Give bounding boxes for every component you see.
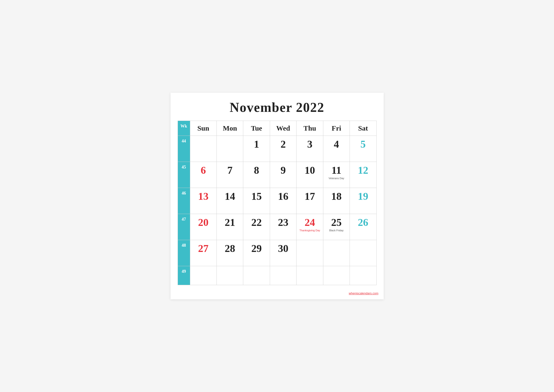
day-cell: 16	[270, 188, 296, 214]
day-number: 29	[245, 242, 268, 255]
holiday-label: Veterans Day	[325, 177, 348, 180]
mon-header: Mon	[216, 121, 243, 136]
day-cell	[350, 266, 376, 285]
day-number: 16	[272, 190, 294, 203]
fri-header: Fri	[323, 121, 350, 136]
day-cell: 9	[270, 162, 296, 188]
day-cell: 19	[350, 188, 376, 214]
day-cell: 15	[243, 188, 270, 214]
day-number: 7	[219, 164, 241, 176]
week-number: 49	[178, 266, 190, 285]
day-cell: 18	[323, 188, 350, 214]
day-cell: 8	[243, 162, 270, 188]
day-cell	[323, 240, 350, 266]
day-number: 23	[272, 216, 294, 229]
day-cell: 25Black Friday	[323, 214, 350, 240]
day-number: 4	[325, 138, 348, 150]
watermark-link[interactable]: wheniscalendars.com	[349, 292, 378, 295]
day-number: 24	[298, 216, 321, 229]
day-cell: 7	[216, 162, 243, 188]
day-cell: 20	[190, 214, 216, 240]
day-number: 28	[219, 242, 241, 255]
week-number: 45	[178, 162, 190, 188]
thu-header: Thu	[297, 121, 323, 136]
header-row: Wk Sun Mon Tue Wed Thu Fri Sat	[178, 121, 376, 136]
day-number: 21	[219, 216, 241, 229]
day-cell	[190, 136, 216, 162]
day-cell: 4	[323, 136, 350, 162]
day-number: 9	[272, 164, 294, 176]
holiday-label: Thanksgiving Day	[298, 229, 321, 232]
day-cell: 24Thanksgiving Day	[297, 214, 323, 240]
day-cell: 6	[190, 162, 216, 188]
day-cell: 27	[190, 240, 216, 266]
day-number: 19	[352, 190, 374, 203]
calendar-container: November 2022 Wk Sun Mon Tue Wed Thu Fri…	[171, 93, 384, 299]
calendar-title: November 2022	[178, 100, 377, 115]
day-number: 20	[192, 216, 215, 229]
day-number: 12	[352, 164, 374, 176]
day-number: 15	[245, 190, 268, 203]
day-cell: 21	[216, 214, 243, 240]
day-number: 10	[298, 164, 321, 176]
day-number: 5	[352, 138, 374, 150]
week-number: 46	[178, 188, 190, 214]
day-number: 22	[245, 216, 268, 229]
day-number: 8	[245, 164, 268, 176]
calendar-row: 4827282930	[178, 240, 376, 266]
day-cell: 22	[243, 214, 270, 240]
day-cell: 10	[297, 162, 323, 188]
day-number: 26	[352, 216, 374, 229]
day-number: 30	[272, 242, 294, 255]
day-cell	[323, 266, 350, 285]
sun-header: Sun	[190, 121, 216, 136]
day-cell	[297, 240, 323, 266]
wk-header: Wk	[178, 121, 190, 136]
day-number: 14	[219, 190, 241, 203]
day-cell: 30	[270, 240, 296, 266]
day-cell	[270, 266, 296, 285]
day-number: 1	[245, 138, 268, 150]
day-cell: 5	[350, 136, 376, 162]
day-cell	[216, 266, 243, 285]
day-cell: 23	[270, 214, 296, 240]
day-cell	[216, 136, 243, 162]
day-cell	[297, 266, 323, 285]
calendar-row: 4567891011Veterans Day12	[178, 162, 376, 188]
day-cell: 1	[243, 136, 270, 162]
day-number: 25	[325, 216, 348, 229]
day-number: 6	[192, 164, 215, 176]
calendar-row: 4613141516171819	[178, 188, 376, 214]
sat-header: Sat	[350, 121, 376, 136]
day-cell: 14	[216, 188, 243, 214]
day-cell	[350, 240, 376, 266]
day-cell: 2	[270, 136, 296, 162]
day-cell: 28	[216, 240, 243, 266]
calendar-table: Wk Sun Mon Tue Wed Thu Fri Sat 441234545…	[178, 121, 377, 285]
day-number: 11	[325, 164, 348, 176]
day-cell: 12	[350, 162, 376, 188]
day-number: 3	[298, 138, 321, 150]
calendar-row: 49	[178, 266, 376, 285]
watermark: wheniscalendars.com	[349, 292, 378, 295]
day-number: 27	[192, 242, 215, 255]
day-cell: 3	[297, 136, 323, 162]
day-number: 13	[192, 190, 215, 203]
tue-header: Tue	[243, 121, 270, 136]
calendar-row: 472021222324Thanksgiving Day25Black Frid…	[178, 214, 376, 240]
day-number: 2	[272, 138, 294, 150]
day-number: 18	[325, 190, 348, 203]
wed-header: Wed	[270, 121, 296, 136]
week-number: 44	[178, 136, 190, 162]
day-cell	[190, 266, 216, 285]
day-cell: 29	[243, 240, 270, 266]
day-cell: 26	[350, 214, 376, 240]
day-number: 17	[298, 190, 321, 203]
day-cell: 13	[190, 188, 216, 214]
calendar-row: 4412345	[178, 136, 376, 162]
week-number: 48	[178, 240, 190, 266]
day-cell: 11Veterans Day	[323, 162, 350, 188]
day-cell: 17	[297, 188, 323, 214]
day-cell	[243, 266, 270, 285]
week-number: 47	[178, 214, 190, 240]
